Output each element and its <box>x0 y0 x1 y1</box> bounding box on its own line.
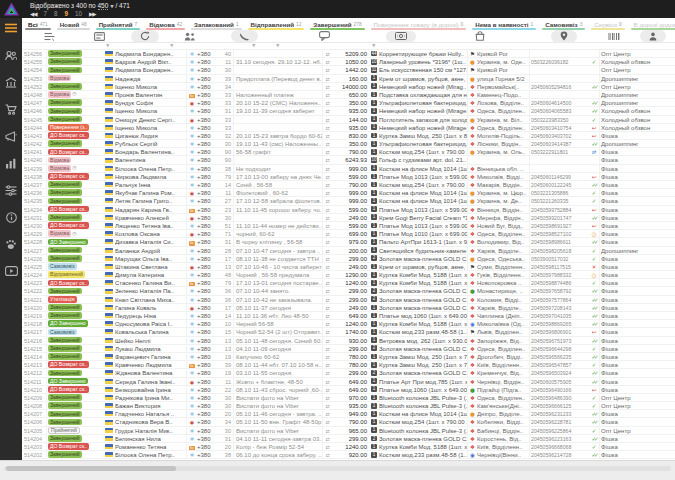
tab[interactable]: Відправлений12 <box>245 18 308 30</box>
tab[interactable]: Запакований1 <box>188 18 244 30</box>
tracking-number[interactable]: 20450604065583 <box>530 107 589 114</box>
tracking-number[interactable]: 20450596228781 <box>530 418 589 425</box>
tracking-number[interactable]: 20450597041035 <box>530 312 589 319</box>
tracking-number[interactable]: 0503223983350 <box>530 116 589 123</box>
tracking-number[interactable]: 20450604614500 <box>530 99 589 106</box>
table-row[interactable]: 514208ЗавершенийБажан Виктория✳+38030Вис… <box>22 402 675 410</box>
status-badge[interactable]: Відмова <box>48 157 71 164</box>
column-phone[interactable] <box>212 30 277 42</box>
status-badge[interactable]: Прийнятий <box>48 427 80 434</box>
table-row[interactable]: 514205ПрийнятийГрудок Наталія Мик..✳+380… <box>22 427 675 435</box>
filter-caret-icon[interactable]: ▼ <box>372 43 375 48</box>
filter-caret-icon[interactable]: ▼ <box>276 43 279 48</box>
page-number[interactable]: 7 <box>43 10 47 17</box>
sidebar-item-video[interactable] <box>4 265 18 277</box>
tracking-number[interactable] <box>530 75 589 82</box>
status-badge[interactable]: ДО Возврат ск.. <box>48 132 89 139</box>
client-phone[interactable]: +380 <box>197 312 220 319</box>
client-phone[interactable]: +380 <box>197 222 220 229</box>
table-row[interactable]: 514244Повернення (з..Іщенко Микола✳+3803… <box>22 124 675 132</box>
status-badge[interactable]: ДО Возврат ск.. <box>48 149 89 156</box>
tracking-number[interactable]: 20450598527102 <box>530 230 589 237</box>
last-page-button[interactable]: ▶▶ <box>89 11 95 17</box>
status-badge[interactable]: Завершений <box>48 181 82 188</box>
column-products[interactable] <box>430 31 530 41</box>
table-row[interactable]: 514220ЗавершенийГалина Коваль◉+3801705.1… <box>22 304 675 312</box>
client-phone[interactable]: +380 <box>197 337 220 344</box>
status-badge[interactable]: Утилізація <box>48 296 77 303</box>
table-row[interactable]: 514206ЗавершенийСтадникова Вера В..◉+380… <box>22 418 675 426</box>
client-phone[interactable]: +380 <box>197 361 220 368</box>
status-badge[interactable]: Завершений <box>48 402 82 409</box>
table-row[interactable]: 514204ЗавершенийБелинская Нила✳+3803104.… <box>22 435 675 443</box>
status-badge[interactable]: ДО Завершено <box>48 239 88 246</box>
status-badge[interactable]: Відмова <box>48 75 71 82</box>
table-row[interactable]: 514241ДО Возврат ск..Бондарь Валентина..… <box>22 148 675 156</box>
tracking-number[interactable]: 20450596503924 <box>530 369 589 376</box>
tracking-number[interactable]: 20450596547857 <box>530 361 589 368</box>
client-phone[interactable]: +380 <box>197 328 220 335</box>
client-phone[interactable]: +380 <box>197 116 220 123</box>
status-badge[interactable]: Завершений <box>48 419 82 426</box>
table-row[interactable]: 514246ЗавершенийІщенко Микола✳+3803119.1… <box>22 107 675 115</box>
table-row[interactable]: 514225СамовивізШтакина Светлана◉+3801307… <box>22 263 675 271</box>
sidebar-item-support[interactable] <box>4 238 18 250</box>
client-phone[interactable]: +380 <box>197 263 220 270</box>
sidebar-item-orders[interactable] <box>4 103 18 115</box>
table-row[interactable]: 514203ДО Возврат ск..Романенко Тетянаlic… <box>22 443 675 451</box>
tracking-number[interactable]: 20450599752884 <box>530 206 589 213</box>
sidebar-item-clients[interactable] <box>4 49 18 61</box>
table-row[interactable]: 514222ЗавершенийЗеленко Наталія Па..✳+38… <box>22 287 675 295</box>
tracking-number[interactable]: 20450605294816 <box>530 83 589 90</box>
client-phone[interactable]: +380 <box>197 132 220 139</box>
table-row[interactable]: 514238ДО Возврат ск..Ниркова Людмила✳+38… <box>22 173 675 181</box>
status-badge[interactable]: Завершений <box>48 247 82 254</box>
tracking-number[interactable]: 20450597988332 <box>530 271 589 278</box>
client-phone[interactable]: +380 <box>197 156 220 163</box>
table-row[interactable]: 514213ДО Возврат ск..Кравченко Людмилаli… <box>22 361 675 369</box>
tracking-number[interactable]: 20450596666125 <box>530 402 589 409</box>
table-row[interactable]: 514229Відмова◷Козлова Оксана◉+38071чорни… <box>22 230 675 238</box>
client-phone[interactable]: +380 <box>197 107 220 114</box>
first-page-button[interactable]: ◀◀ <box>30 11 36 17</box>
column-manager[interactable] <box>630 30 675 42</box>
tracking-number[interactable]: 20450598869265 <box>530 320 589 327</box>
status-badge[interactable]: Завершений <box>48 99 82 106</box>
tracking-number[interactable]: 20450596223163 <box>530 435 589 442</box>
tracking-number[interactable]: 20450597658792 <box>530 287 589 294</box>
client-phone[interactable]: +380 <box>197 140 220 147</box>
table-row[interactable]: 514248Відмова◷Пронів Валентинlic+38033На… <box>22 91 675 99</box>
tracking-number[interactable]: 20450603403702 <box>530 132 589 139</box>
filter-caret-icon[interactable]: ▼ <box>170 43 173 48</box>
tracking-number[interactable]: 20450597208143 <box>530 304 589 311</box>
table-row[interactable]: 514253ВідмоваНадежда✳+38039Предоплата (П… <box>22 75 675 83</box>
tracking-number[interactable]: 20450596486390 <box>530 394 589 401</box>
tracking-number[interactable] <box>530 50 589 57</box>
client-phone[interactable]: +380 <box>197 369 220 376</box>
table-row[interactable]: 514227ЗавершенийБаланюк Андрій✳+3802807.… <box>22 247 675 255</box>
table-row[interactable]: 514223ДО Возврат ск..Стасенко Галина Ви.… <box>22 279 675 287</box>
column-clients[interactable] <box>167 32 212 41</box>
page-number[interactable]: 9 <box>65 10 69 17</box>
table-row[interactable]: 514224ВідправленийДимула Катерина✳+38048… <box>22 271 675 279</box>
tracking-number[interactable]: 0503226036182 <box>530 58 589 65</box>
horizontal-scrollbar[interactable] <box>4 466 671 471</box>
status-badge[interactable]: Завершений <box>48 214 82 221</box>
tab[interactable]: Всі471 <box>22 18 54 30</box>
tracking-number[interactable] <box>530 165 589 172</box>
status-badge[interactable]: Завершений <box>48 255 82 262</box>
table-row[interactable]: 514216ЗавершенийШейко Неллі✳+3801305.10 … <box>22 337 675 345</box>
table-row[interactable]: 514231ЗавершенийКравченко Алексей◉+38030… <box>22 214 675 222</box>
scrollbar-thumb[interactable] <box>6 466 176 471</box>
client-phone[interactable]: +380 <box>197 99 220 106</box>
client-phone[interactable]: +380 <box>197 402 220 409</box>
status-badge[interactable]: Завершений <box>48 116 82 123</box>
client-phone[interactable]: +380 <box>197 279 220 286</box>
table-row[interactable]: 514230ДО Возврат ск..Лященко Тетяна Іва.… <box>22 222 675 230</box>
tracking-number[interactable]: 20450599201747 <box>530 214 589 221</box>
tracking-number[interactable]: 20450596214728 <box>530 451 589 458</box>
tab[interactable]: В дорозі додому0 <box>628 18 675 30</box>
client-phone[interactable]: +380 <box>197 255 220 262</box>
client-phone[interactable]: +380 <box>197 287 220 294</box>
table-row[interactable]: 514211ДО ЗавершеноСереда Галина Івані..◉… <box>22 378 675 386</box>
